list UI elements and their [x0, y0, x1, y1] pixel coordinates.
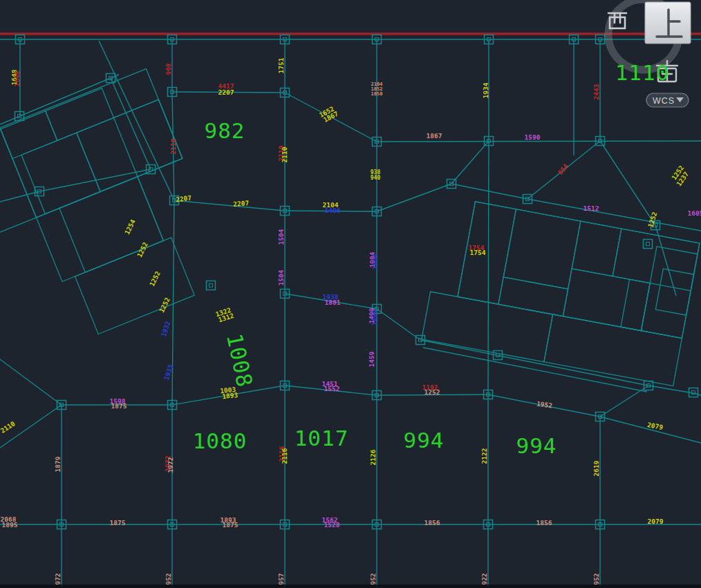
cad-line[interactable] — [99, 41, 174, 200]
building-wall[interactable] — [77, 99, 183, 191]
dim-label[interactable]: 2126 — [369, 449, 377, 465]
cad-node[interactable] — [207, 281, 216, 290]
dim-label[interactable]: 2110 — [169, 138, 177, 154]
cad-line[interactable] — [111, 78, 151, 169]
dim-label[interactable]: 1504 — [277, 229, 285, 245]
building-outline[interactable] — [422, 196, 700, 386]
building-wall[interactable] — [21, 133, 100, 214]
area-label[interactable]: 1017 — [295, 426, 349, 451]
cad-line[interactable] — [451, 141, 489, 184]
cad-viewport[interactable]: 1648164896817512104185218501934244344172… — [0, 0, 701, 588]
viewcube[interactable]: WCS — [608, 0, 691, 107]
dim-label[interactable]: 2110 — [281, 146, 288, 162]
dim-label[interactable]: 972 — [54, 573, 62, 585]
viewcube-up-face[interactable] — [645, 2, 691, 44]
dim-label[interactable]: 1648 — [13, 70, 21, 86]
dim-label[interactable]: 1252 — [424, 388, 440, 396]
building-wall[interactable] — [641, 247, 698, 339]
dim-label[interactable]: 1895 — [2, 521, 18, 529]
dim-label[interactable]: 1850 — [371, 91, 383, 97]
dim-label[interactable]: 952 — [165, 573, 172, 585]
area-label[interactable]: 994 — [516, 433, 557, 458]
cad-line[interactable] — [600, 417, 701, 443]
dim-label[interactable]: 1528 — [324, 521, 340, 529]
cad-line[interactable] — [377, 309, 420, 340]
dim-label[interactable]: 1856 — [424, 519, 440, 527]
dim-label[interactable]: 1252 — [135, 241, 149, 258]
dim-label[interactable]: 1856 — [536, 519, 552, 527]
dim-label[interactable]: 2619 — [592, 460, 600, 476]
building-outline[interactable] — [0, 69, 232, 358]
building-wall[interactable] — [563, 269, 650, 331]
area-label[interactable]: 1008 — [222, 332, 258, 390]
dim-label[interactable]: 2207 — [233, 199, 250, 208]
dim-label[interactable]: 1459 — [368, 351, 375, 367]
dim-label[interactable]: 1552 — [324, 385, 340, 392]
dim-label[interactable]: 922 — [480, 573, 488, 585]
dim-label[interactable]: 1496 — [325, 207, 341, 214]
dim-label[interactable]: 1952 — [536, 399, 552, 409]
dim-label[interactable]: 2079 — [648, 518, 664, 525]
dim-label[interactable]: 1932 — [160, 320, 172, 337]
dim-label[interactable]: 1867 — [427, 132, 442, 140]
dim-label[interactable]: 1590 — [525, 133, 541, 141]
dim-label[interactable]: 1875 — [110, 519, 126, 527]
building-wall[interactable] — [59, 177, 164, 272]
drawing-canvas[interactable]: 1648164896817512104185218501934244344172… — [0, 0, 701, 588]
dim-label[interactable]: 952 — [592, 573, 600, 585]
dim-label[interactable]: 1499 — [371, 310, 378, 325]
dim-label[interactable]: 1754 — [470, 249, 486, 256]
dim-label[interactable]: 968 — [165, 63, 172, 75]
wcs-dropdown[interactable]: WCS — [646, 93, 689, 107]
dim-label[interactable]: 1252 — [148, 270, 162, 287]
cad-line[interactable] — [172, 200, 174, 405]
dim-label[interactable]: 1904 — [371, 254, 379, 269]
dim-label[interactable]: 1893 — [222, 391, 239, 400]
building-wall[interactable] — [503, 209, 581, 290]
dim-label[interactable]: 957 — [277, 573, 285, 585]
dim-label[interactable]: 2110 — [0, 419, 17, 435]
dim-label[interactable]: 1254 — [123, 218, 137, 236]
building-wall[interactable] — [613, 229, 700, 291]
dim-label[interactable]: 952 — [369, 573, 377, 585]
building-wall[interactable] — [458, 202, 516, 305]
wcs-label: WCS — [653, 96, 675, 106]
dim-label[interactable]: 1751 — [277, 57, 285, 73]
dim-label[interactable]: 1605 — [688, 209, 701, 217]
building-wall[interactable] — [75, 238, 194, 334]
dim-label[interactable]: 1875 — [223, 521, 239, 529]
area-label[interactable]: 982 — [205, 118, 245, 143]
dim-label[interactable]: 1881 — [325, 298, 341, 306]
area-label[interactable]: 1110 — [615, 60, 670, 85]
dim-label[interactable]: 1972 — [167, 457, 174, 473]
area-label[interactable]: 1080 — [193, 428, 247, 453]
building-wall[interactable] — [621, 279, 650, 330]
dim-label[interactable]: 2122 — [480, 448, 488, 464]
area-label[interactable]: 994 — [404, 428, 445, 453]
dim-label[interactable]: 1512 — [583, 205, 599, 212]
cad-line[interactable] — [451, 184, 527, 199]
dim-label[interactable]: 940 — [371, 175, 381, 181]
cad-line[interactable] — [527, 199, 701, 231]
dim-label[interactable]: 1875 — [111, 402, 127, 410]
cad-line[interactable] — [377, 141, 701, 142]
cad-line[interactable] — [648, 386, 693, 393]
cad-line[interactable] — [488, 141, 489, 395]
building-wall[interactable] — [0, 129, 36, 236]
cad-line[interactable] — [0, 359, 62, 405]
dim-label[interactable]: 1879 — [54, 456, 62, 472]
cad-line[interactable] — [377, 184, 451, 211]
cad-line[interactable] — [0, 191, 39, 202]
cad-line[interactable] — [174, 200, 285, 211]
cad-line[interactable] — [39, 169, 151, 191]
cad-line[interactable] — [420, 340, 648, 386]
dim-label[interactable]: 2116 — [281, 448, 288, 464]
cad-line[interactable] — [600, 386, 648, 417]
dim-label[interactable]: 2207 — [218, 88, 234, 96]
cad-line[interactable] — [600, 141, 655, 225]
dim-label[interactable]: 1504 — [277, 269, 285, 285]
dim-label[interactable]: 1934 — [482, 82, 489, 98]
cad-line[interactable] — [423, 348, 647, 392]
cad-node[interactable] — [644, 240, 653, 249]
dim-label[interactable]: 2443 — [592, 84, 600, 99]
